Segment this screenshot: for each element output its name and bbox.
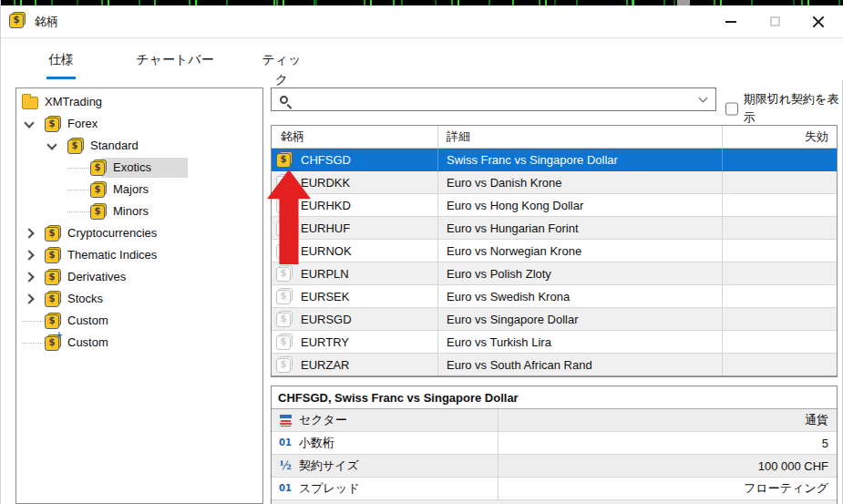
expiry-cell [723,285,837,307]
column-header-expiry[interactable]: 失効 [723,126,837,148]
symbol-group-icon [45,291,61,307]
column-header-detail[interactable]: 詳細 [438,126,723,148]
detail-label: セクター [299,412,347,428]
tree-item-custom-2[interactable]: + Custom [16,332,262,354]
detail-value: 100 000 CHF [499,459,837,473]
tree-item-stocks[interactable]: Stocks [16,288,262,310]
tab-bar: 仕様 チャートバー ティック [1,37,843,80]
symbol-icon [276,265,293,282]
detail-cell: Euro vs Singapore Dollar [438,308,723,330]
tab-specification[interactable]: 仕様 [39,49,83,77]
symbol-cell: EURSEK [301,290,349,303]
tree-item-cryptocurrencies[interactable]: Cryptocurrencies [16,222,262,244]
table-row-eurpln[interactable]: EURPLN Euro vs Polish Zloty [272,262,837,285]
sector-icon [278,413,293,427]
tree-item-custom[interactable]: Custom [16,310,262,332]
table-row-eurzar[interactable]: EURZAR Euro vs South African Rand [272,354,837,376]
tree-item-label: Stocks [67,288,103,310]
tree-item-derivatives[interactable]: Derivatives [16,266,262,288]
title-bar: 銘柄 [1,5,843,37]
table-row-eurtry[interactable]: EURTRY Euro vs Turkish Lira [272,331,837,354]
symbol-icon [276,311,293,327]
table-row-eursek[interactable]: EURSEK Euro vs Swedish Krona [272,285,837,308]
symbol-group-icon [45,116,61,132]
search-icon [280,96,288,104]
minimize-button[interactable] [709,5,753,37]
detail-cell: Euro vs Swedish Krona [438,285,723,307]
close-button[interactable] [797,5,840,37]
maximize-icon [770,16,780,26]
symbol-cell: EURNOK [301,244,352,258]
detail-cell: Swiss Franc vs Singapore Dollar [438,149,723,170]
table-row-chfsgd[interactable]: CHFSGD Swiss Franc vs Singapore Dollar [272,149,837,171]
digits-icon [278,436,293,450]
symbol-cell: EURHUF [301,221,350,235]
close-icon [812,15,825,28]
symbol-icon [276,334,293,350]
tree-item-label: Majors [113,179,149,201]
detail-row-digits[interactable]: 小数桁 5 [272,432,837,455]
symbol-cell: EURHKD [301,199,351,212]
detail-row-contract-size[interactable]: 契約サイズ 100 000 CHF [272,455,837,478]
symbols-table: 銘柄 詳細 失効 CHFSGD Swiss Franc vs Singapore… [271,125,838,377]
search-input[interactable] [293,89,694,109]
minimize-icon [725,21,736,23]
table-row-eurdkk[interactable]: EURDKK Euro vs Danish Krone [272,171,837,194]
chevron-right-icon[interactable] [24,272,34,282]
tab-chart-bars[interactable]: チャートバー [136,49,214,77]
detail-row-sector[interactable]: セクター 通貨 [272,409,837,432]
symbol-group-plus-icon: + [45,334,61,351]
tree-item-label: XMTrading [45,91,102,113]
symbol-icon [276,151,293,168]
tree-item-thematic-indices[interactable]: Thematic Indices [16,244,262,266]
symbol-group-icon [45,313,61,329]
expiry-cell [723,171,837,193]
detail-cell: Euro vs Hong Kong Dollar [438,194,723,216]
detail-label: 契約サイズ [299,458,359,474]
detail-cell: Euro vs Danish Krone [438,171,723,193]
table-row-eurhuf[interactable]: EURHUF Euro vs Hungarian Forint [272,217,837,240]
symbol-group-icon [90,159,107,176]
symbol-group-tree: XMTrading Forex Standard Exotics Majors [15,87,263,504]
symbol-group-icon [90,181,107,198]
expiry-cell [723,354,837,375]
tree-item-label: Thematic Indices [67,244,157,266]
contract-size-icon [278,458,293,473]
symbol-group-icon [45,269,61,285]
tree-item-standard[interactable]: Standard [16,135,262,157]
chevron-down-icon[interactable] [699,94,708,103]
chevron-down-icon[interactable] [24,118,34,128]
detail-cell: Euro vs Polish Zloty [438,262,723,284]
tree-item-minors[interactable]: Minors [16,201,262,222]
details-title: CHFSGD, Swiss Franc vs Singapore Dollar [272,386,837,409]
tree-connector [67,190,90,190]
tree-item-xmtrading[interactable]: XMTrading [16,91,262,113]
table-row-eurhkd[interactable]: EURHKD Euro vs Hong Kong Dollar [272,194,837,217]
spread-icon [278,481,293,496]
table-row-eurnok[interactable]: EURNOK Euro vs Norwegian Krone [272,240,837,262]
expiry-cell [723,194,837,216]
chevron-right-icon[interactable] [24,250,34,260]
show-expired-checkbox[interactable] [725,102,738,116]
chevron-right-icon[interactable] [24,293,34,303]
chevron-down-icon[interactable] [46,139,57,149]
column-header-symbol[interactable]: 銘柄 [272,126,438,148]
detail-label: スプレッド [299,480,360,497]
expiry-cell [723,217,837,239]
tab-ticks[interactable]: ティック [256,49,307,77]
table-row-eursgd[interactable]: EURSGD Euro vs Singapore Dollar [272,308,837,331]
symbols-dialog: 銘柄 仕様 チャートバー ティック XMTrading Forex Standa… [0,0,843,504]
tree-item-label: Custom [67,332,108,354]
tree-item-label: Forex [67,113,98,135]
tree-item-forex[interactable]: Forex [16,113,262,135]
symbol-search-combobox[interactable] [271,87,716,111]
tree-item-majors[interactable]: Majors [16,179,262,201]
symbol-group-icon [45,225,61,242]
tree-item-exotics[interactable]: Exotics [16,157,262,179]
expiry-cell [723,149,837,170]
symbol-details-panel: CHFSGD, Swiss Franc vs Singapore Dollar … [271,386,838,504]
chevron-right-icon[interactable] [24,228,34,238]
detail-row-spread[interactable]: スプレッド フローティング [272,478,837,500]
detail-cell: Euro vs Hungarian Forint [438,217,723,239]
tree-item-label: Derivatives [67,266,126,288]
